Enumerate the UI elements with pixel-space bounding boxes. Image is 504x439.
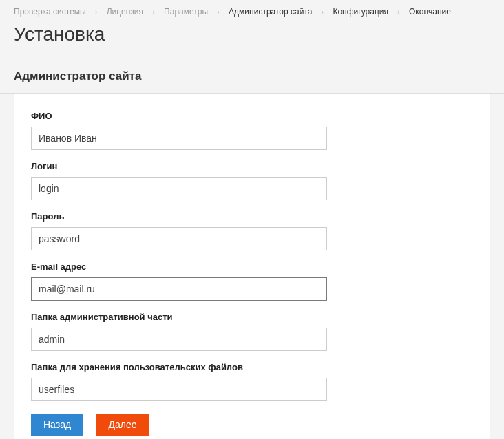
label-login: Логин [31,161,473,171]
breadcrumb: Проверка системы › Лицензия › Параметры … [0,0,504,21]
label-admin-folder: Папка административной части [31,312,473,322]
input-user-folder[interactable] [31,378,327,401]
chevron-right-icon: › [322,8,324,16]
chevron-right-icon: › [217,8,219,16]
field-email: E-mail адрес [31,261,473,301]
breadcrumb-step-finish[interactable]: Окончание [409,7,451,17]
label-email: E-mail адрес [31,261,473,272]
label-user-folder: Папка для хранения пользовательских файл… [31,362,473,372]
breadcrumb-step-parameters[interactable]: Параметры [164,7,208,17]
breadcrumb-step-system-check[interactable]: Проверка системы [14,7,86,17]
form-panel: ФИО Логин Пароль E-mail адрес Папка адми… [14,94,490,439]
field-password: Пароль [31,211,473,250]
section-title: Администратор сайта [0,58,504,93]
field-user-folder: Папка для хранения пользовательских файл… [31,362,473,401]
input-admin-folder[interactable] [31,328,327,351]
breadcrumb-step-config[interactable]: Конфигурация [333,7,388,17]
field-admin-folder: Папка административной части [31,312,473,351]
back-button[interactable]: Назад [31,414,83,436]
chevron-right-icon: › [152,8,154,16]
chevron-right-icon: › [95,8,97,16]
label-fio: ФИО [31,111,473,121]
input-email[interactable] [31,277,327,301]
input-password[interactable] [31,227,327,250]
input-login[interactable] [31,177,327,200]
input-fio[interactable] [31,127,327,150]
field-login: Логин [31,161,473,200]
breadcrumb-step-admin[interactable]: Администратор сайта [229,7,312,17]
label-password: Пароль [31,211,473,222]
chevron-right-icon: › [397,8,399,16]
button-row: Назад Далее [31,414,473,436]
next-button[interactable]: Далее [96,414,149,436]
breadcrumb-step-license[interactable]: Лицензия [107,7,143,17]
page-title: Установка [0,21,504,58]
field-fio: ФИО [31,111,473,150]
